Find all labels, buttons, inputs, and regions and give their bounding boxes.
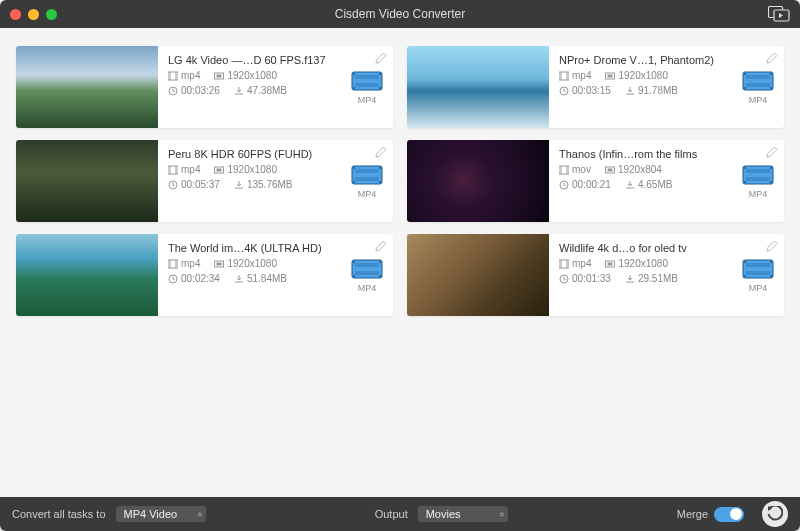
svg-point-65 — [379, 261, 381, 263]
video-filesize: 51.84MB — [247, 273, 287, 284]
output-folder-select[interactable]: Movies — [418, 506, 508, 522]
video-thumbnail — [407, 140, 549, 222]
video-card[interactable]: The World im…4K (ULTRA HD) mp4 1920x1080… — [16, 234, 393, 316]
clock-icon — [559, 86, 569, 96]
clock-icon — [559, 274, 569, 284]
video-thumbnail — [16, 140, 158, 222]
edit-button[interactable] — [766, 146, 778, 158]
maximize-window-button[interactable] — [46, 9, 57, 20]
svg-rect-11 — [355, 83, 379, 87]
footer-bar: Convert all tasks to MP4 Video Output Mo… — [0, 497, 800, 531]
video-resolution: 1920x1080 — [227, 164, 277, 175]
svg-rect-9 — [352, 72, 382, 90]
svg-rect-22 — [743, 72, 773, 90]
output-format-label: MP4 — [358, 283, 377, 293]
svg-rect-36 — [355, 169, 379, 173]
svg-point-52 — [770, 167, 772, 169]
minimize-window-button[interactable] — [28, 9, 39, 20]
edit-button[interactable] — [375, 240, 387, 252]
svg-point-40 — [353, 181, 355, 183]
video-format: mp4 — [572, 70, 591, 81]
edit-button[interactable] — [375, 146, 387, 158]
svg-point-26 — [770, 73, 772, 75]
output-format-label: MP4 — [358, 189, 377, 199]
edit-button[interactable] — [766, 52, 778, 64]
video-resolution: 1920x804 — [618, 164, 662, 175]
video-duration: 00:00:21 — [572, 179, 611, 190]
video-card[interactable]: NPro+ Drome V…1, Phantom2) mp4 1920x1080… — [407, 46, 784, 128]
video-duration: 00:01:33 — [572, 273, 611, 284]
video-card[interactable]: Wildlife 4k d…o for oled tv mp4 1920x108… — [407, 234, 784, 316]
film-icon — [168, 259, 178, 269]
video-format: mp4 — [181, 258, 200, 269]
video-info: NPro+ Drome V…1, Phantom2) mp4 1920x1080… — [549, 46, 736, 128]
output-format-label: MP4 — [749, 189, 768, 199]
svg-point-12 — [353, 73, 355, 75]
resolution-icon — [605, 165, 615, 175]
svg-point-78 — [770, 261, 772, 263]
svg-point-38 — [353, 167, 355, 169]
video-resolution: 1920x1080 — [618, 70, 668, 81]
mp4-icon — [351, 69, 383, 93]
video-info: The World im…4K (ULTRA HD) mp4 1920x1080… — [158, 234, 345, 316]
filesize-icon — [625, 274, 635, 284]
video-format: mp4 — [572, 258, 591, 269]
svg-point-53 — [744, 181, 746, 183]
svg-point-13 — [379, 73, 381, 75]
video-info: Wildlife 4k d…o for oled tv mp4 1920x108… — [549, 234, 736, 316]
svg-rect-50 — [746, 177, 770, 181]
video-format: mov — [572, 164, 591, 175]
merge-toggle[interactable] — [714, 507, 744, 522]
svg-rect-20 — [608, 74, 613, 77]
video-resolution: 1920x1080 — [618, 258, 668, 269]
resolution-icon — [605, 259, 615, 269]
filesize-icon — [234, 180, 244, 190]
edit-button[interactable] — [766, 240, 778, 252]
video-card[interactable]: LG 4k Video —…D 60 FPS.f137 mp4 1920x108… — [16, 46, 393, 128]
video-resolution: 1920x1080 — [227, 258, 277, 269]
svg-rect-74 — [743, 260, 773, 278]
video-title: LG 4k Video —…D 60 FPS.f137 — [168, 54, 339, 66]
video-card[interactable]: Thanos (Infin…rom the films mov 1920x804… — [407, 140, 784, 222]
output-format-label: MP4 — [358, 95, 377, 105]
svg-point-39 — [379, 167, 381, 169]
edit-button[interactable] — [375, 52, 387, 64]
svg-rect-59 — [217, 262, 222, 265]
app-title: Cisdem Video Converter — [0, 7, 800, 21]
video-thumbnail — [16, 234, 158, 316]
svg-rect-33 — [217, 168, 222, 171]
clock-icon — [168, 274, 178, 284]
media-library-button[interactable] — [768, 6, 790, 22]
svg-point-80 — [770, 275, 772, 277]
svg-point-28 — [770, 87, 772, 89]
clock-icon — [559, 180, 569, 190]
video-title: NPro+ Drome V…1, Phantom2) — [559, 54, 730, 66]
convert-format-value: MP4 Video — [124, 508, 178, 520]
svg-rect-23 — [746, 75, 770, 79]
resolution-icon — [214, 259, 224, 269]
video-duration: 00:05:37 — [181, 179, 220, 190]
svg-point-79 — [744, 275, 746, 277]
video-card[interactable]: Peru 8K HDR 60FPS (FUHD) mp4 1920x1080 0… — [16, 140, 393, 222]
video-filesize: 91.78MB — [638, 85, 678, 96]
svg-rect-75 — [746, 263, 770, 267]
mp4-icon — [351, 163, 383, 187]
video-duration: 00:03:26 — [181, 85, 220, 96]
svg-point-77 — [744, 261, 746, 263]
toggle-knob — [730, 508, 742, 520]
video-filesize: 4.65MB — [638, 179, 672, 190]
video-thumbnail — [16, 46, 158, 128]
svg-point-51 — [744, 167, 746, 169]
svg-point-67 — [379, 275, 381, 277]
start-convert-button[interactable] — [762, 501, 788, 527]
window-controls — [10, 9, 57, 20]
mp4-icon — [351, 257, 383, 281]
app-window: Cisdem Video Converter LG 4k Video —…D 6… — [0, 0, 800, 531]
convert-format-select[interactable]: MP4 Video — [116, 506, 206, 522]
video-title: The World im…4K (ULTRA HD) — [168, 242, 339, 254]
video-title: Peru 8K HDR 60FPS (FUHD) — [168, 148, 339, 160]
video-resolution: 1920x1080 — [227, 70, 277, 81]
close-window-button[interactable] — [10, 9, 21, 20]
svg-point-27 — [744, 87, 746, 89]
output-folder-value: Movies — [426, 508, 461, 520]
